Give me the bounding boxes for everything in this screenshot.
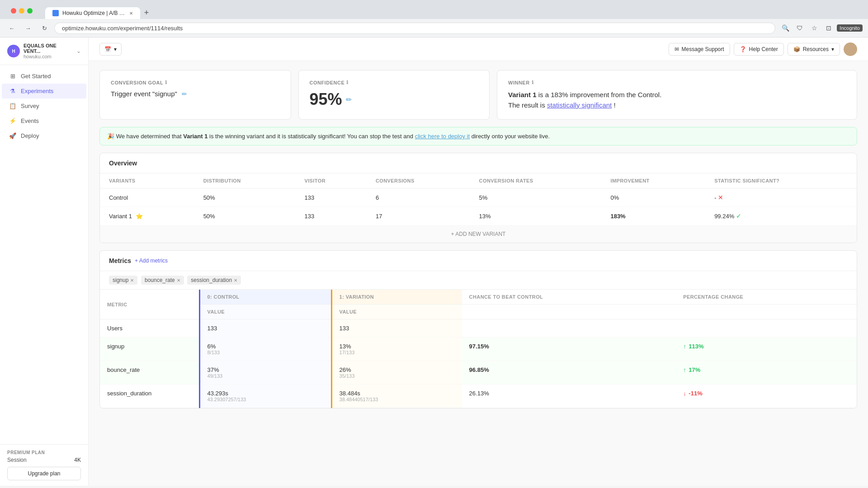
close-window-button[interactable] (11, 8, 16, 14)
search-icon[interactable]: 🔍 (779, 22, 792, 34)
deploy-link[interactable]: click here to deploy it (415, 133, 470, 140)
up-arrow-icon: ↑ (683, 343, 686, 350)
message-support-button[interactable]: ✉ Message Support (669, 43, 730, 56)
confidence-info-icon[interactable]: ℹ (346, 80, 349, 85)
session-row: Session 4K (7, 457, 81, 463)
resources-icon: 📦 (793, 46, 800, 52)
variant1-conversions: 17 (367, 207, 470, 225)
bounce-rate-tag: bounce_rate ✕ (141, 276, 184, 285)
add-metrics-button[interactable]: + Add metrics (135, 258, 168, 264)
incognito-badge: Incognito (837, 24, 863, 32)
signup-tag: signup ✕ (109, 276, 137, 285)
metrics-row-session-duration: session_duration 43.293s 43.29307257/133… (100, 385, 857, 408)
winner-card: WINNER ℹ Variant 1 is a 183% improvement… (497, 70, 857, 120)
metrics-tags: signup ✕ bounce_rate ✕ session_duration … (100, 271, 857, 290)
minimize-window-button[interactable] (19, 8, 24, 14)
sidebar-item-experiments[interactable]: ⚗ Experiments (2, 84, 86, 99)
new-tab-button[interactable]: + (140, 6, 153, 19)
overview-table: VARIANTS DISTRIBUTION VISITOR CONVERSION… (100, 174, 857, 243)
browser-chrome: Howuku Optimize | A/B Testing ✕ + (0, 0, 868, 19)
signup-pct-change: ↑ 113% (676, 338, 857, 361)
sidebar-item-label: Deploy (21, 132, 39, 139)
control-conversions: 6 (367, 188, 470, 207)
deploy-icon: 🚀 (9, 132, 16, 139)
confidence-card: CONFIDENCE ℹ 95% ✏ (298, 70, 490, 120)
user-avatar[interactable] (844, 42, 857, 56)
up-arrow-icon: ↑ (683, 366, 686, 373)
winner-label: WINNER ℹ (508, 80, 846, 85)
message-icon: ✉ (675, 46, 679, 52)
sidebar-item-get-started[interactable]: ⊞ Get Started (2, 69, 86, 84)
col-header-conversions: CONVERSIONS (367, 174, 470, 188)
confidence-value: 95% (310, 90, 342, 109)
session-variation-value: 38.484s 38.48440517/133 (331, 385, 462, 408)
add-variant-row[interactable]: + ADD NEW VARIANT (100, 225, 857, 243)
variant1-visitor: 133 (295, 207, 367, 225)
conversion-goal-card: CONVERSION GOAL ℹ Trigger event "signup"… (99, 70, 291, 120)
chevron-down-icon: ▾ (114, 46, 117, 52)
sidebar-item-survey[interactable]: 📋 Survey (2, 99, 86, 113)
desktop-icon[interactable]: ⊡ (822, 22, 835, 34)
conversion-goal-info-icon[interactable]: ℹ (165, 80, 167, 85)
metric-name-bounce-rate: bounce_rate (100, 361, 199, 385)
pct-change-col-header: PERCENTAGE CHANGE (676, 290, 857, 305)
sidebar-header: H EQUALS ONE VENT... howuku.com ⌄ (0, 38, 88, 65)
browser-traffic-lights (5, 8, 38, 17)
sidebar: H EQUALS ONE VENT... howuku.com ⌄ ⊞ Get … (0, 38, 89, 486)
address-bar[interactable]: optimize.howuku.com/experiment/1114/resu… (54, 23, 775, 34)
shield-icon[interactable]: 🛡 (793, 22, 806, 34)
forward-button[interactable]: → (22, 22, 34, 34)
metrics-table: METRIC 0: CONTROL 1: VARIATION CHANCE TO… (100, 290, 857, 408)
metrics-row-users: Users 133 133 (100, 319, 857, 338)
back-button[interactable]: ← (5, 22, 18, 34)
remove-bounce-rate-tag[interactable]: ✕ (177, 278, 180, 283)
edit-conversion-goal-icon[interactable]: ✏ (182, 90, 187, 98)
signup-chance: 97.15% (462, 338, 676, 361)
org-logo: H (7, 45, 20, 57)
variant1-significant: 99.24% ✓ (705, 207, 857, 225)
metrics-section: Metrics + Add metrics signup ✕ bounce_ra… (99, 250, 857, 408)
resources-button[interactable]: 📦 Resources ▾ (788, 43, 840, 56)
session-duration-tag: session_duration ✕ (187, 276, 241, 285)
control-improvement: 0% (601, 188, 705, 207)
refresh-button[interactable]: ↻ (38, 22, 51, 34)
bounce-control-value: 37% 49/133 (199, 361, 331, 385)
sidebar-item-events[interactable]: ⚡ Events (2, 113, 86, 128)
maximize-window-button[interactable] (27, 8, 33, 14)
date-picker-button[interactable]: 📅 ▾ (99, 43, 122, 56)
col-header-improvement: IMPROVEMENT (601, 174, 705, 188)
session-label: Session (7, 457, 27, 463)
remove-signup-tag[interactable]: ✕ (130, 278, 134, 283)
metric-name-signup: signup (100, 338, 199, 361)
sidebar-chevron-icon[interactable]: ⌄ (76, 48, 81, 54)
main-content: 📅 ▾ ✉ Message Support ❓ Help Center 📦 Re… (89, 38, 868, 486)
session-control-value: 43.293s 43.29307257/133 (199, 385, 331, 408)
metrics-row-signup: signup 6% 8/133 13% 17/133 97.15% (100, 338, 857, 361)
control-significant: - ✕ (705, 188, 857, 207)
variant1-improvement: 183% (601, 207, 705, 225)
variation-group-header: 1: VARIATION (331, 290, 462, 305)
experiments-icon: ⚗ (9, 88, 16, 94)
variation-value-header: VALUE (331, 305, 462, 319)
conversion-goal-label: CONVERSION GOAL ℹ (111, 80, 280, 85)
variant1-distribution: 50% (194, 207, 296, 225)
survey-icon: 📋 (9, 103, 16, 109)
statistically-significant-link[interactable]: statistically significant (547, 101, 612, 109)
tab-close-button[interactable]: ✕ (129, 11, 133, 16)
conversion-goal-value: Trigger event "signup" ✏ (111, 90, 280, 98)
signup-control-value: 6% 8/133 (199, 338, 331, 361)
sidebar-item-deploy[interactable]: 🚀 Deploy (2, 128, 86, 143)
winner-info-icon[interactable]: ℹ (532, 80, 534, 85)
help-center-button[interactable]: ❓ Help Center (734, 43, 784, 56)
header-actions: ✉ Message Support ❓ Help Center 📦 Resour… (669, 42, 857, 56)
control-group-header: 0: CONTROL (199, 290, 331, 305)
add-variant-label[interactable]: + ADD NEW VARIANT (100, 225, 857, 243)
bookmark-icon[interactable]: ☆ (808, 22, 821, 34)
col-header-conversion-rates: CONVERSION RATES (470, 174, 602, 188)
upgrade-plan-button[interactable]: Upgrade plan (7, 467, 81, 480)
edit-confidence-icon[interactable]: ✏ (346, 95, 352, 104)
active-tab[interactable]: Howuku Optimize | A/B Testing ✕ (45, 7, 140, 19)
tab-favicon (52, 10, 59, 16)
users-control-value: 133 (199, 319, 331, 338)
remove-session-duration-tag[interactable]: ✕ (234, 278, 237, 283)
